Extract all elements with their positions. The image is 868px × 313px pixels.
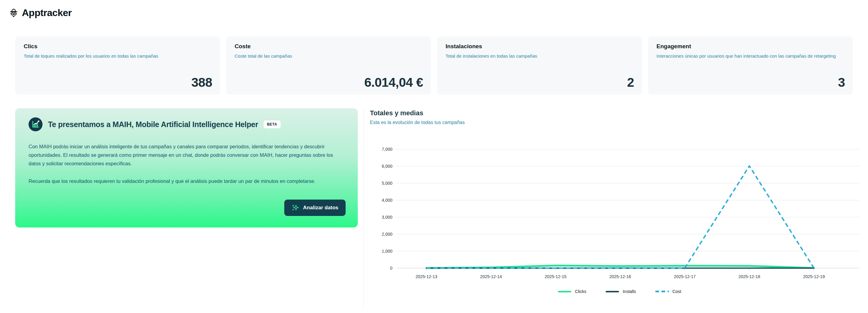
apptracker-page: Apptracker Clics Total de toques realiza… bbox=[0, 0, 868, 313]
legend-swatch-dashed bbox=[655, 290, 669, 292]
legend-item-clicks[interactable]: Clicks bbox=[558, 289, 586, 294]
svg-text:2025-12-16: 2025-12-16 bbox=[609, 274, 631, 279]
stat-title: Clics bbox=[24, 43, 212, 50]
stat-title: Coste bbox=[235, 43, 423, 50]
analyze-button-label: Analizar datos bbox=[303, 205, 338, 211]
section-divider bbox=[363, 108, 364, 309]
maih-header: Te presentamos a MAIH, Mobile Artificial… bbox=[29, 117, 344, 131]
maih-paragraph-2: Recuerda que los resultados requieren tu… bbox=[29, 177, 344, 185]
svg-text:2025-12-14: 2025-12-14 bbox=[480, 274, 502, 279]
legend-label: Clicks bbox=[575, 289, 586, 294]
stat-description: Coste total de las campañas bbox=[235, 53, 423, 60]
chart-header: Totales y medias Esta es la evolución de… bbox=[370, 109, 465, 125]
stat-card-engagement: Engagement Interacciones únicas por usua… bbox=[648, 36, 853, 95]
svg-text:2025-12-18: 2025-12-18 bbox=[739, 274, 761, 279]
stats-row: Clics Total de toques realizados por los… bbox=[15, 36, 853, 95]
legend-item-installs[interactable]: Installs bbox=[606, 289, 636, 294]
stat-description: Interacciones únicas por usuarios que ha… bbox=[657, 53, 845, 60]
svg-text:3,000: 3,000 bbox=[382, 215, 393, 219]
legend-label: Cost bbox=[673, 289, 681, 294]
maih-promo-card: Te presentamos a MAIH, Mobile Artificial… bbox=[15, 108, 358, 228]
stat-card-coste: Coste Coste total de las campañas 6.014,… bbox=[226, 36, 431, 95]
svg-text:0: 0 bbox=[390, 266, 393, 271]
stat-card-instalaciones: Instalaciones Total de instalaciones en … bbox=[437, 36, 642, 95]
svg-text:2025-12-19: 2025-12-19 bbox=[803, 274, 825, 279]
legend-swatch-solid bbox=[558, 291, 571, 292]
chart-legend: ClicksInstallsCost bbox=[374, 289, 866, 294]
stat-title: Engagement bbox=[657, 43, 845, 50]
page-title: Apptracker bbox=[22, 7, 72, 19]
stat-description: Total de toques realizados por los usuar… bbox=[24, 53, 212, 60]
maih-paragraph-1: Con MAIH podrás iniciar un análisis inte… bbox=[29, 142, 344, 168]
totals-chart: 01,0002,0003,0004,0005,0006,0007,0002025… bbox=[374, 141, 866, 294]
analyze-data-button[interactable]: Analizar datos bbox=[284, 200, 346, 216]
maih-title: Te presentamos a MAIH, Mobile Artificial… bbox=[48, 120, 258, 129]
svg-text:7,000: 7,000 bbox=[382, 147, 393, 152]
svg-text:2,000: 2,000 bbox=[382, 232, 393, 237]
legend-label: Installs bbox=[623, 289, 636, 294]
stat-description: Total de instalaciones en todas las camp… bbox=[445, 53, 633, 60]
stat-value: 2 bbox=[627, 75, 634, 90]
svg-text:1,000: 1,000 bbox=[382, 249, 393, 253]
svg-text:5,000: 5,000 bbox=[382, 181, 393, 186]
svg-text:2025-12-13: 2025-12-13 bbox=[415, 274, 437, 279]
spy-logo-icon bbox=[8, 8, 19, 18]
chart-subtitle: Esta es la evolución de todas tus campañ… bbox=[370, 120, 465, 125]
svg-text:4,000: 4,000 bbox=[382, 198, 393, 203]
stat-value: 388 bbox=[191, 75, 212, 90]
totals-chart-svg: 01,0002,0003,0004,0005,0006,0007,0002025… bbox=[374, 141, 866, 284]
stat-title: Instalaciones bbox=[445, 43, 633, 50]
svg-text:6,000: 6,000 bbox=[382, 164, 393, 169]
chart-title: Totales y medias bbox=[370, 109, 465, 117]
beta-badge: BETA bbox=[264, 120, 281, 128]
maih-chart-sparkle-icon bbox=[29, 117, 42, 131]
legend-item-cost[interactable]: Cost bbox=[655, 289, 681, 294]
app-header: Apptracker bbox=[8, 7, 72, 19]
stat-value: 3 bbox=[838, 75, 845, 90]
sparkle-icon bbox=[291, 204, 300, 212]
svg-text:2025-12-17: 2025-12-17 bbox=[674, 274, 696, 279]
legend-swatch-solid bbox=[606, 291, 619, 292]
stat-card-clics: Clics Total de toques realizados por los… bbox=[15, 36, 220, 95]
svg-text:2025-12-15: 2025-12-15 bbox=[545, 274, 567, 279]
stat-value: 6.014,04 € bbox=[364, 75, 423, 90]
